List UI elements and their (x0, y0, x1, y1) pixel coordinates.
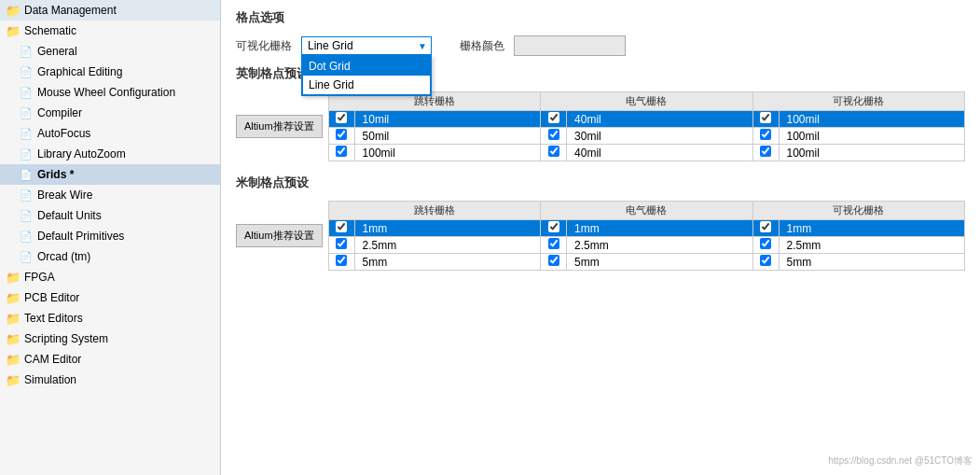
snap-check-m1[interactable] (328, 237, 354, 254)
visible-val-1: 100mil (779, 128, 965, 145)
snap-check-0[interactable] (328, 111, 354, 128)
sidebar-item-label: Grids * (37, 168, 74, 181)
sidebar-item-fpga[interactable]: 📁FPGA (0, 267, 220, 287)
metric-table: 跳转栅格 电气栅格 可视化栅格 1mm 1mm 1mm 2.5mm 2.5mm … (328, 201, 965, 271)
visible-grid-dropdown-wrapper[interactable]: Line Grid ▼ Dot Grid Line Grid (301, 36, 432, 55)
sidebar-item-label: Data Management (24, 4, 117, 17)
page-icon: 📄 (19, 208, 34, 223)
sidebar-item-general[interactable]: 📄General (0, 41, 220, 62)
visible-val-m2: 5mm (779, 254, 965, 271)
table-row[interactable]: 5mm 5mm 5mm (328, 254, 964, 271)
visible-check-1[interactable] (752, 128, 779, 145)
sidebar-item-cam-editor[interactable]: 📁CAM Editor (0, 349, 220, 370)
sidebar-item-default-units[interactable]: 📄Default Units (0, 205, 220, 226)
electric-check-0[interactable] (541, 111, 567, 128)
visible-val-m1: 2.5mm (779, 237, 965, 254)
page-icon: 📄 (19, 167, 34, 182)
snap-check-1[interactable] (328, 128, 354, 145)
visible-check-2[interactable] (752, 145, 779, 161)
sidebar-item-label: Library AutoZoom (37, 147, 126, 161)
electric-val-m1: 2.5mm (567, 237, 752, 254)
metric-preset-button[interactable]: Altium推荐设置 (236, 224, 323, 247)
electric-check-1[interactable] (541, 128, 567, 145)
table-row[interactable]: 50mil 30mil 100mil (328, 128, 964, 145)
sidebar-item-text-editors[interactable]: 📁Text Editors (0, 308, 220, 328)
sidebar-item-pcb-editor[interactable]: 📁PCB Editor (0, 287, 220, 308)
electric-check-m0[interactable] (541, 220, 567, 237)
sidebar-item-library-autozoom[interactable]: 📄Library AutoZoom (0, 144, 220, 164)
sidebar-item-break-wire[interactable]: 📄Break Wire (0, 185, 220, 205)
dropdown-option-line-grid[interactable]: Line Grid (303, 76, 430, 94)
metric-col-visible: 可视化栅格 (752, 202, 965, 220)
sidebar-item-label: Default Units (37, 209, 102, 222)
visible-val-0: 100mil (779, 111, 965, 128)
table-row[interactable]: 2.5mm 2.5mm 2.5mm (328, 237, 964, 254)
snap-val-m1: 2.5mm (354, 237, 540, 254)
metric-preset-section: 米制格点预设 Altium推荐设置 跳转栅格 电气栅格 可视化栅格 1mm 1m… (236, 175, 965, 271)
snap-check-2[interactable] (328, 145, 354, 161)
sidebar-item-label: Mouse Wheel Configuration (37, 86, 175, 99)
sidebar-item-label: Default Primitives (37, 230, 124, 243)
table-row[interactable]: 100mil 40mil 100mil (328, 145, 964, 161)
electric-check-2[interactable] (541, 145, 567, 161)
visible-check-m2[interactable] (752, 254, 779, 271)
sidebar-item-default-primitives[interactable]: 📄Default Primitives (0, 226, 220, 246)
sidebar-item-label: FPGA (24, 271, 55, 284)
page-icon: 📄 (19, 147, 34, 161)
electric-check-m1[interactable] (541, 237, 567, 254)
imperial-preset-button[interactable]: Altium推荐设置 (236, 115, 323, 138)
sidebar-item-label: AutoFocus (37, 127, 90, 140)
table-row[interactable]: 1mm 1mm 1mm (328, 220, 964, 237)
sidebar-item-label: Schematic (24, 24, 76, 37)
folder-icon: 📁 (6, 331, 21, 346)
dropdown-current-value: Line Grid (308, 39, 353, 52)
page-icon: 📄 (19, 249, 34, 264)
folder-icon: 📁 (6, 352, 21, 367)
sidebar-item-graphical-editing[interactable]: 📄Graphical Editing (0, 62, 220, 82)
visible-val-2: 100mil (779, 145, 965, 161)
visible-check-0[interactable] (752, 111, 779, 128)
table-row[interactable]: 10mil 40mil 100mil (328, 111, 964, 128)
dropdown-option-dot-grid[interactable]: Dot Grid (303, 57, 430, 76)
sidebar-item-scripting-system[interactable]: 📁Scripting System (0, 328, 220, 349)
sidebar-item-mouse-wheel[interactable]: 📄Mouse Wheel Configuration (0, 82, 220, 103)
sidebar-item-label: Orcad (tm) (37, 250, 90, 263)
electric-check-m2[interactable] (541, 254, 567, 271)
sidebar-item-autofocus[interactable]: 📄AutoFocus (0, 123, 220, 144)
snap-check-m0[interactable] (328, 220, 354, 237)
page-icon: 📄 (19, 126, 34, 141)
sidebar-item-label: Graphical Editing (37, 65, 122, 78)
snap-check-m2[interactable] (328, 254, 354, 271)
visible-val-m0: 1mm (779, 220, 965, 237)
imperial-preset-container: Altium推荐设置 跳转栅格 电气栅格 可视化栅格 10mil 40mil 1… (236, 91, 965, 161)
page-icon: 📄 (19, 188, 34, 203)
electric-val-m2: 5mm (567, 254, 752, 271)
folder-icon: 📁 (6, 23, 21, 38)
dropdown-popup: Dot Grid Line Grid (301, 55, 432, 96)
imperial-col-electric: 电气栅格 (541, 92, 752, 111)
dropdown-arrow-icon: ▼ (418, 41, 427, 51)
metric-col-electric: 电气栅格 (541, 202, 752, 220)
sidebar-item-label: Compiler (37, 106, 82, 119)
visible-check-m1[interactable] (752, 237, 779, 254)
sidebar-item-schematic[interactable]: 📁Schematic (0, 21, 220, 41)
electric-val-0: 40mil (567, 111, 752, 128)
sidebar-item-grids[interactable]: 📄Grids * (0, 164, 220, 185)
sidebar-item-label: Scripting System (24, 332, 108, 345)
sidebar-item-data-mgmt[interactable]: 📁Data Management (0, 0, 220, 21)
grid-color-box[interactable] (514, 35, 626, 56)
sidebar-item-orcad[interactable]: 📄Orcad (tm) (0, 246, 220, 267)
snap-val-m0: 1mm (354, 220, 540, 237)
electric-val-2: 40mil (567, 145, 752, 161)
visible-check-m0[interactable] (752, 220, 779, 237)
dropdown-display[interactable]: Line Grid ▼ (301, 36, 432, 55)
grid-options-row: 可视化栅格 Line Grid ▼ Dot Grid Line Grid 栅格颜… (236, 35, 965, 56)
sidebar-item-compiler[interactable]: 📄Compiler (0, 103, 220, 123)
sidebar-item-label: Break Wire (37, 189, 92, 202)
sidebar-item-label: CAM Editor (24, 353, 81, 366)
folder-icon: 📁 (6, 311, 21, 326)
page-icon: 📄 (19, 85, 34, 100)
watermark: https://blog.csdn.net @51CTO博客 (829, 454, 973, 468)
sidebar-item-simulation[interactable]: 📁Simulation (0, 370, 220, 390)
folder-icon: 📁 (6, 270, 21, 285)
